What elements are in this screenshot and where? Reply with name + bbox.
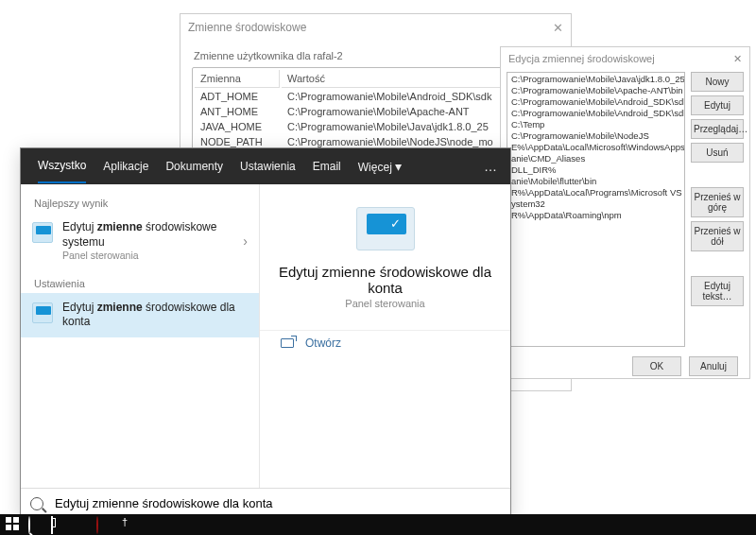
open-icon bbox=[281, 338, 294, 348]
new-button[interactable]: Nowy bbox=[691, 72, 744, 92]
list-item[interactable]: anie\CMD_Aliases bbox=[507, 152, 684, 164]
taskbar bbox=[0, 514, 756, 535]
checkmark-icon: ✓ bbox=[390, 216, 401, 231]
chevron-down-icon: ▾ bbox=[395, 159, 402, 174]
taskbar-app-3[interactable] bbox=[119, 517, 134, 532]
start-search-panel: Wszystko Aplikacje Dokumenty Ustawienia … bbox=[20, 147, 511, 519]
tab-docs[interactable]: Dokumenty bbox=[165, 160, 223, 173]
cancel-button[interactable]: Anuluj bbox=[689, 356, 738, 376]
start-button[interactable] bbox=[6, 517, 21, 532]
tab-apps[interactable]: Aplikacje bbox=[103, 160, 148, 173]
dialog-title: Zmienne środowiskowe bbox=[188, 21, 306, 34]
chevron-right-icon[interactable]: › bbox=[243, 233, 248, 249]
settings-section-label: Ustawienia bbox=[21, 270, 259, 293]
path-listbox[interactable]: C:\Programowanie\Mobile\Java\jdk1.8.0_25… bbox=[507, 72, 685, 347]
taskbar-app-2[interactable] bbox=[96, 517, 112, 532]
list-item[interactable]: C:\Programowanie\Mobile\Apache-ANT\bin bbox=[507, 84, 684, 95]
close-icon[interactable]: ✕ bbox=[553, 21, 563, 35]
edit-text-button[interactable]: Edytuj tekst… bbox=[691, 276, 744, 306]
best-match-label: Najlepszy wynik bbox=[21, 190, 259, 213]
ok-button[interactable]: OK bbox=[632, 356, 681, 376]
list-item[interactable]: C:\Programowanie\Mobile\Android_SDK\sdk\… bbox=[507, 95, 684, 107]
list-item[interactable]: C:\Programowanie\Mobile\Android_SDK\sdk\… bbox=[507, 107, 684, 118]
result-subtitle: Panel sterowania bbox=[62, 250, 233, 263]
browse-button[interactable]: Przeglądaj… bbox=[691, 119, 744, 139]
list-item[interactable]: R%\AppData\Local\Programs\Microsoft VS C… bbox=[507, 186, 684, 198]
task-view-icon[interactable] bbox=[51, 517, 66, 532]
dialog-title: Edycja zmiennej środowiskowej bbox=[508, 53, 655, 64]
move-up-button[interactable]: Przenieś w górę bbox=[691, 187, 744, 217]
move-down-button[interactable]: Przenieś w dół bbox=[691, 221, 744, 251]
result-preview: ✓ Edytuj zmienne środowiskowe dla konta … bbox=[260, 184, 510, 488]
dialog-titlebar: Edycja zmiennej środowiskowej ✕ bbox=[501, 47, 749, 70]
dialog-titlebar: Zmienne środowiskowe ✕ bbox=[180, 14, 571, 41]
list-item[interactable]: C:\Temp bbox=[507, 118, 684, 129]
delete-button[interactable]: Usuń bbox=[691, 143, 744, 163]
results-sidebar: Najlepszy wynik Edytuj zmienne środowisk… bbox=[21, 184, 260, 488]
control-panel-icon bbox=[32, 222, 53, 243]
search-tabs: Wszystko Aplikacje Dokumenty Ustawienia … bbox=[21, 148, 510, 184]
taskbar-app-1[interactable] bbox=[74, 517, 89, 532]
list-item[interactable]: DLL_DIR% bbox=[507, 164, 684, 175]
edit-button[interactable]: Edytuj bbox=[691, 95, 744, 115]
taskbar-search-icon[interactable] bbox=[28, 517, 43, 532]
control-panel-large-icon: ✓ bbox=[356, 207, 415, 250]
open-action[interactable]: Otwórz bbox=[260, 330, 510, 355]
edit-env-dialog: Edycja zmiennej środowiskowej ✕ C:\Progr… bbox=[500, 46, 750, 379]
list-item[interactable]: E%\AppData\Local\Microsoft\WindowsApps bbox=[507, 141, 684, 152]
result-edit-system-env[interactable]: Edytuj zmienne środowiskowe systemu Pane… bbox=[21, 213, 259, 270]
tab-email[interactable]: Email bbox=[313, 160, 341, 173]
result-edit-user-env[interactable]: Edytuj zmienne środowiskowe dla konta bbox=[21, 293, 259, 337]
list-item[interactable]: C:\Programowanie\Mobile\NodeJS bbox=[507, 129, 684, 141]
more-options-icon[interactable]: … bbox=[484, 159, 499, 174]
list-item[interactable]: ystem32 bbox=[507, 198, 684, 209]
search-icon bbox=[30, 497, 43, 510]
tab-all[interactable]: Wszystko bbox=[38, 159, 86, 183]
list-item[interactable]: C:\Programowanie\Mobile\Java\jdk1.8.0_25… bbox=[507, 73, 684, 84]
tab-settings[interactable]: Ustawienia bbox=[240, 160, 296, 173]
search-input[interactable] bbox=[53, 495, 501, 511]
control-panel-icon bbox=[32, 302, 53, 323]
close-icon[interactable]: ✕ bbox=[733, 53, 742, 65]
preview-subtitle: Panel sterowania bbox=[345, 298, 424, 309]
preview-title: Edytuj zmienne środowiskowe dla konta bbox=[260, 264, 510, 296]
list-item[interactable]: anie\Mobile\flutter\bin bbox=[507, 175, 684, 186]
tab-more[interactable]: Więcej ▾ bbox=[358, 159, 402, 174]
list-item[interactable]: R%\AppData\Roaming\npm bbox=[507, 209, 684, 220]
col-variable[interactable]: Zmienna bbox=[195, 70, 280, 88]
